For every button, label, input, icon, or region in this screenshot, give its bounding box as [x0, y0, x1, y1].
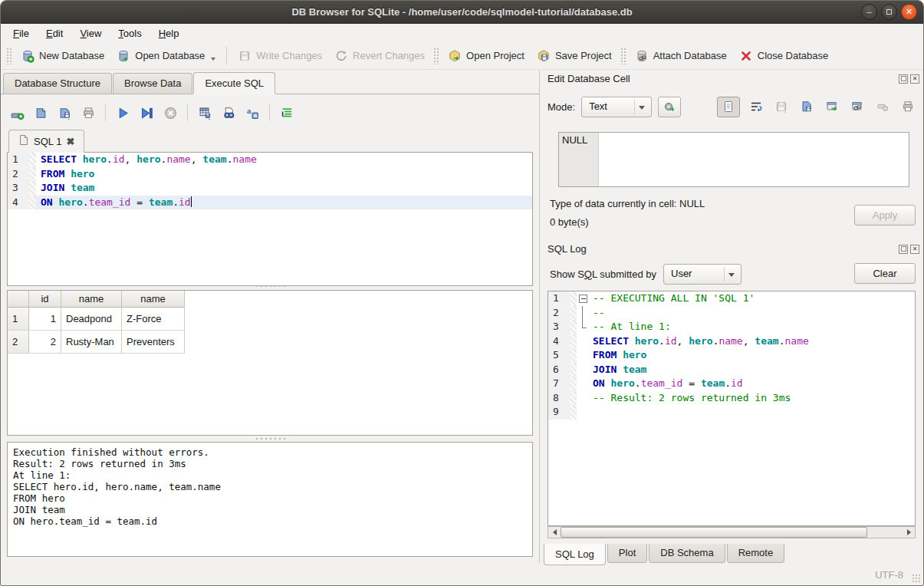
save-cell-button[interactable]: [772, 97, 791, 116]
table-cell[interactable]: Preventers: [122, 331, 185, 354]
print-sql-button[interactable]: [80, 104, 97, 121]
link-cell-button[interactable]: [848, 97, 866, 116]
column-header[interactable]: name: [122, 291, 185, 308]
open-database-icon: [117, 49, 130, 63]
export-cell-button[interactable]: [823, 97, 841, 116]
find-replace-button[interactable]: [220, 104, 237, 121]
close-tab-icon[interactable]: ✖: [66, 136, 74, 147]
print-cell-button[interactable]: [899, 97, 917, 116]
resize-grip[interactable]: [912, 574, 921, 583]
revert-changes-button[interactable]: Revert Changes: [328, 46, 431, 66]
execute-all-button[interactable]: [114, 104, 131, 121]
log-horizontal-scrollbar[interactable]: [547, 526, 916, 538]
titlebar[interactable]: DB Browser for SQLite - /home/user/code/…: [1, 1, 923, 24]
sql-file-icon: [18, 134, 29, 148]
sql-log-dock-buttons: ✕: [899, 245, 919, 254]
encoding-indicator[interactable]: UTF-8: [875, 569, 903, 581]
results-grid[interactable]: idnamename11DeadpondZ-Force22Rusty-ManPr…: [7, 290, 533, 436]
close-dock-icon[interactable]: ✕: [910, 74, 919, 84]
sql-editor-toolbar: aa: [8, 98, 295, 127]
sql1-tab[interactable]: SQL 1 ✖: [8, 130, 84, 153]
editor-results-splitter[interactable]: [7, 283, 533, 289]
table-cell[interactable]: 2: [8, 331, 29, 354]
menu-tools[interactable]: Tools: [110, 26, 149, 41]
tab-database-structure[interactable]: Database Structure: [3, 73, 112, 94]
execution-message-panel[interactable]: Execution finished without errors. Resul…: [7, 442, 533, 557]
apply-button[interactable]: Apply: [854, 205, 916, 226]
tab-db-schema[interactable]: DB Schema: [649, 544, 725, 563]
table-cell[interactable]: 2: [29, 331, 61, 354]
scroll-left-arrow[interactable]: [548, 527, 561, 538]
log-source-select[interactable]: User: [663, 264, 742, 285]
new-database-button[interactable]: New Database: [15, 46, 110, 66]
results-messages-splitter[interactable]: [7, 436, 533, 442]
close-button[interactable]: ✕: [901, 4, 917, 20]
tab-remote[interactable]: Remote: [727, 544, 785, 563]
mode-select[interactable]: Text: [581, 97, 652, 117]
word-wrap-button[interactable]: [747, 97, 765, 116]
float-dock-icon[interactable]: [899, 74, 908, 84]
float-dock-icon[interactable]: [899, 245, 908, 254]
table-cell[interactable]: 1: [29, 308, 61, 331]
scrollbar-thumb[interactable]: [561, 527, 867, 538]
sql-log-title: SQL Log: [547, 243, 587, 255]
column-header[interactable]: name: [61, 291, 122, 308]
minimize-button[interactable]: –: [861, 4, 877, 20]
toolbar-drag-handle[interactable]: [6, 48, 12, 64]
tab-execute-sql[interactable]: Execute SQL: [193, 72, 275, 94]
open-project-icon: [448, 49, 462, 63]
main-tab-bar: Database Structure Browse Data Execute S…: [3, 72, 276, 94]
sql-log-view[interactable]: 1-- EXECUTING ALL IN 'SQL 1'2--3-- At li…: [547, 291, 916, 526]
cell-mode-row: Mode: Text: [547, 96, 917, 117]
autocomplete-button[interactable]: aa: [244, 104, 261, 121]
open-database-button[interactable]: Open Database: [110, 46, 222, 66]
export-results-button[interactable]: [196, 104, 213, 121]
write-changes-button[interactable]: Write Changes: [232, 46, 328, 66]
menu-view[interactable]: View: [72, 26, 109, 41]
close-database-button[interactable]: Close Database: [733, 46, 835, 66]
close-dock-icon[interactable]: ✕: [910, 245, 919, 254]
column-header[interactable]: [8, 291, 29, 308]
table-row[interactable]: 11DeadpondZ-Force: [8, 308, 532, 331]
save-project-button[interactable]: Save Project: [531, 46, 618, 66]
table-cell[interactable]: 1: [8, 308, 29, 331]
splitter-handle-dots: [255, 437, 285, 440]
table-row[interactable]: 22Rusty-ManPreventers: [8, 331, 532, 354]
cell-type-info: Type of data currently in cell: NULL: [550, 198, 705, 209]
table-cell[interactable]: Deadpond: [61, 308, 122, 331]
tab-browse-data[interactable]: Browse Data: [113, 73, 192, 94]
open-sql-file-button[interactable]: [32, 104, 49, 121]
tab-sql-log[interactable]: SQL Log: [544, 544, 606, 565]
menu-file[interactable]: File: [5, 26, 37, 41]
scroll-right-arrow[interactable]: [903, 527, 915, 538]
cell-edit-area[interactable]: [599, 133, 909, 186]
revert-changes-icon: [334, 49, 348, 63]
open-database-dropdown-arrow[interactable]: [211, 58, 215, 61]
column-header[interactable]: id: [29, 291, 61, 308]
clear-log-button[interactable]: Clear: [854, 263, 916, 284]
toolbar-drag-handle[interactable]: [433, 48, 439, 64]
save-sql-file-button[interactable]: [56, 104, 73, 121]
toolbar-drag-handle[interactable]: [620, 48, 626, 64]
sql-editor[interactable]: 1SELECT hero.id, hero.name, team.name2FR…: [7, 152, 533, 286]
execute-line-button[interactable]: [138, 104, 155, 121]
attach-database-button[interactable]: Attach Database: [629, 46, 733, 66]
cell-value-editor[interactable]: NULL: [558, 132, 909, 187]
maximize-button[interactable]: [881, 4, 897, 20]
open-project-button[interactable]: Open Project: [442, 46, 531, 66]
toolbar-separator: [269, 104, 270, 121]
menu-help[interactable]: Help: [151, 26, 187, 41]
stop-button[interactable]: [162, 104, 179, 121]
text-view-button[interactable]: [717, 97, 740, 117]
window-controls: – ✕: [861, 4, 917, 20]
format-sql-button[interactable]: [278, 104, 295, 121]
table-cell[interactable]: Rusty-Man: [61, 331, 122, 354]
app-window: DB Browser for SQLite - /home/user/code/…: [0, 0, 924, 586]
new-sql-tab-button[interactable]: [8, 104, 25, 121]
table-cell[interactable]: Z-Force: [122, 308, 185, 331]
auto-apply-button[interactable]: [658, 97, 681, 117]
import-cell-button[interactable]: [797, 97, 816, 116]
set-null-button[interactable]: [873, 97, 892, 116]
menu-edit[interactable]: Edit: [38, 26, 71, 41]
tab-plot[interactable]: Plot: [607, 544, 647, 563]
